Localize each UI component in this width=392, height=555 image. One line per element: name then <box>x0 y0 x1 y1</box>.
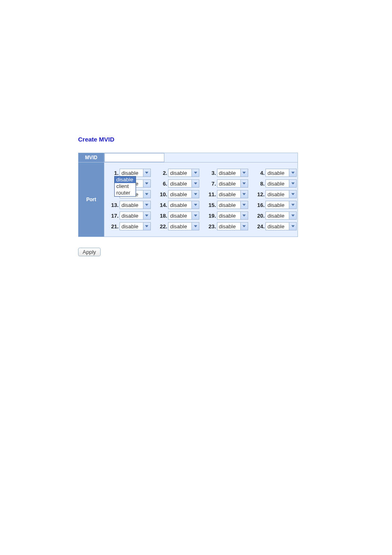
mvid-input[interactable] <box>104 153 164 162</box>
port-number-label: 10. <box>159 191 167 197</box>
dropdown-option-client[interactable]: client <box>115 183 136 190</box>
port-select-18[interactable]: disable <box>168 211 199 220</box>
port-select-11[interactable]: disable <box>217 190 248 198</box>
chevron-down-icon[interactable] <box>143 169 150 176</box>
port-select-7[interactable]: disable <box>217 179 248 188</box>
port-cell-18: 18.disable <box>154 211 200 220</box>
port-select-19[interactable]: disable <box>217 211 248 220</box>
port-select-22[interactable]: disable <box>168 222 199 230</box>
port-number-label: 21. <box>111 223 119 230</box>
port-select-value: disable <box>170 181 191 187</box>
port-select-value: disable <box>219 170 240 176</box>
dropdown-option-router[interactable]: router <box>115 190 136 196</box>
port-select-12[interactable]: disable <box>265 190 297 198</box>
port-select-24[interactable]: disable <box>265 222 297 230</box>
port-select-14[interactable]: disable <box>168 201 199 209</box>
chevron-down-icon[interactable] <box>191 180 199 187</box>
port-select-value: disable <box>267 202 289 208</box>
port-select-value: disable <box>170 170 191 176</box>
port-cell-14: 14.disable <box>154 201 200 209</box>
port-select-17[interactable]: disable <box>120 211 151 220</box>
port-select-value: disable <box>170 191 191 197</box>
port-cell-10: 10.disable <box>154 190 200 198</box>
chevron-down-icon[interactable] <box>289 190 296 198</box>
port-number-label: 13. <box>111 202 119 208</box>
port-select-value: disable <box>219 213 240 219</box>
port-select-value: disable <box>122 223 143 230</box>
chevron-down-icon[interactable] <box>240 169 248 176</box>
port-number-label: 7. <box>208 181 216 187</box>
chevron-down-icon[interactable] <box>191 223 199 230</box>
port-cell-11: 11.disable <box>203 190 248 198</box>
port-select-10[interactable]: disable <box>168 190 199 198</box>
page-title: Create MVID <box>78 136 308 143</box>
port-select-8[interactable]: disable <box>265 179 297 188</box>
port-cell-22: 22.disable <box>154 222 200 230</box>
chevron-down-icon[interactable] <box>191 212 199 219</box>
port-select-20[interactable]: disable <box>265 211 297 220</box>
chevron-down-icon[interactable] <box>143 180 150 187</box>
chevron-down-icon[interactable] <box>289 180 296 187</box>
chevron-down-icon[interactable] <box>289 223 296 230</box>
port-number-label: 2. <box>159 170 167 176</box>
port-cell-23: 23.disable <box>203 222 248 230</box>
port-select-16[interactable]: disable <box>265 201 297 209</box>
port-cell-2: 2.disable <box>154 169 200 177</box>
chevron-down-icon[interactable] <box>240 212 248 219</box>
port-cell-4: 4.disable <box>251 169 297 177</box>
port-number-label: 15. <box>208 202 216 208</box>
port-select-15[interactable]: disable <box>217 201 248 209</box>
port-cell-8: 8.disable <box>251 179 297 188</box>
port-select-value: disable <box>219 202 240 208</box>
chevron-down-icon[interactable] <box>240 180 248 187</box>
chevron-down-icon[interactable] <box>289 201 296 209</box>
mvid-header: MVID <box>78 153 104 163</box>
port-select-value: disable <box>219 181 240 187</box>
apply-button[interactable]: Apply <box>78 248 101 256</box>
port-number-label: 6. <box>159 181 167 187</box>
mvid-cell <box>104 153 298 163</box>
chevron-down-icon[interactable] <box>143 212 150 219</box>
port-number-label: 1. <box>111 170 119 176</box>
port-select-13[interactable]: disable <box>120 201 151 209</box>
port-select-value: disable <box>122 202 143 208</box>
port-select-3[interactable]: disable <box>217 169 248 177</box>
port-cell-20: 20.disable <box>251 211 297 220</box>
port-select-value: disable <box>267 223 289 230</box>
port-cell-24: 24.disable <box>251 222 297 230</box>
chevron-down-icon[interactable] <box>143 201 150 209</box>
port-number-label: 24. <box>256 223 265 230</box>
chevron-down-icon[interactable] <box>191 190 199 198</box>
port-select-6[interactable]: disable <box>168 179 199 188</box>
port-select-value: disable <box>170 213 191 219</box>
port-cell-1: 1.disable <box>105 169 151 177</box>
port-cell-7: 7.disable <box>203 179 248 188</box>
port-number-label: 3. <box>208 170 216 176</box>
port-cell-12: 12.disable <box>251 190 297 198</box>
port-select-2[interactable]: disable <box>168 169 199 177</box>
port-select-value: disable <box>267 181 289 187</box>
chevron-down-icon[interactable] <box>289 169 296 176</box>
port-select-value: disable <box>170 223 191 230</box>
dropdown-option-disable[interactable]: disable <box>115 176 136 183</box>
port-select-dropdown[interactable]: disableclientrouter <box>114 176 136 197</box>
chevron-down-icon[interactable] <box>240 190 248 198</box>
port-select-21[interactable]: disable <box>120 222 151 230</box>
port-select-23[interactable]: disable <box>217 222 248 230</box>
chevron-down-icon[interactable] <box>289 212 296 219</box>
port-select-1[interactable]: disable <box>120 169 151 177</box>
port-header: Port <box>78 163 104 237</box>
port-select-4[interactable]: disable <box>265 169 297 177</box>
chevron-down-icon[interactable] <box>191 169 199 176</box>
port-cell-19: 19.disable <box>203 211 248 220</box>
port-cell-16: 16.disable <box>251 201 297 209</box>
config-table: MVID Port 1.disable2.disable3.disable4.d… <box>78 153 298 237</box>
port-number-label: 22. <box>159 223 167 230</box>
chevron-down-icon[interactable] <box>240 223 248 230</box>
chevron-down-icon[interactable] <box>240 201 248 209</box>
port-select-value: disable <box>267 191 289 197</box>
chevron-down-icon[interactable] <box>143 190 150 198</box>
chevron-down-icon[interactable] <box>143 223 150 230</box>
port-select-value: disable <box>122 170 143 176</box>
chevron-down-icon[interactable] <box>191 201 199 209</box>
